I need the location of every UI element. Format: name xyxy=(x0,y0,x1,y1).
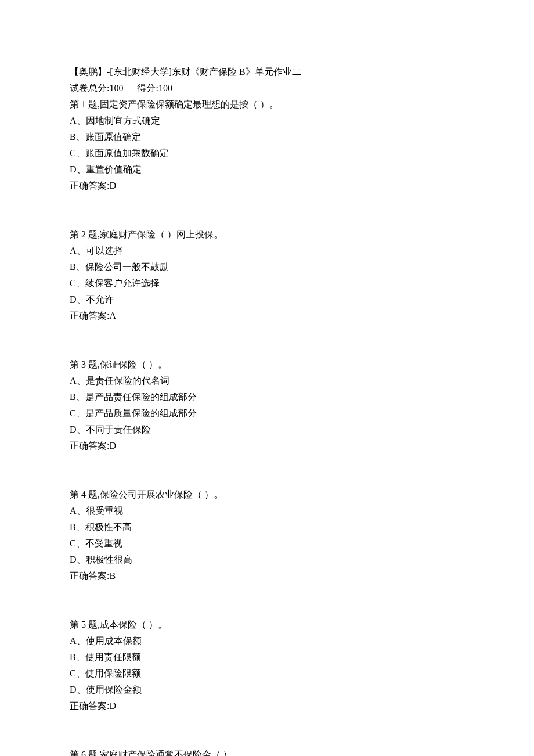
question-answer: 正确答案:A xyxy=(70,308,464,324)
question-option: D、积极性很高 xyxy=(70,552,464,568)
question-option: B、使用责任限额 xyxy=(70,649,464,665)
question-option: B、保险公司一般不鼓励 xyxy=(70,259,464,275)
question-option: C、是产品质量保险的组成部分 xyxy=(70,405,464,422)
question-option: C、续保客户允许选择 xyxy=(70,275,464,291)
score-line: 试卷总分:100 得分:100 xyxy=(70,80,464,96)
question-option: A、使用成本保额 xyxy=(70,633,464,649)
question-answer: 正确答案:D xyxy=(70,698,464,714)
document-body: 【奥鹏】-[东北财经大学]东财《财产保险 B》单元作业二 试卷总分:100 得分… xyxy=(70,64,464,756)
question-prompt: 第 1 题,固定资产保险保额确定最理想的是按（ ）。 xyxy=(70,96,464,113)
question-option: A、是责任保险的代名词 xyxy=(70,373,464,389)
question-option: D、重置价值确定 xyxy=(70,161,464,178)
question-answer: 正确答案:D xyxy=(70,438,464,454)
question-prompt: 第 3 题,保证保险（ ）。 xyxy=(70,357,464,373)
question-option: D、不同于责任保险 xyxy=(70,422,464,438)
question-answer: 正确答案:B xyxy=(70,568,464,584)
question-prompt: 第 2 题,家庭财产保险（ ）网上投保。 xyxy=(70,226,464,243)
question-prompt: 第 4 题,保险公司开展农业保险（ ）。 xyxy=(70,487,464,503)
question-option: A、可以选择 xyxy=(70,243,464,259)
question-answer: 正确答案:D xyxy=(70,178,464,194)
question-option: A、很受重视 xyxy=(70,503,464,519)
question-option: D、使用保险金额 xyxy=(70,682,464,698)
question-prompt: 第 6 题,家庭财产保险通常不保险金（ ）。 xyxy=(70,747,464,756)
question-prompt: 第 5 题,成本保险（ ）。 xyxy=(70,617,464,633)
question-option: A、因地制宜方式确定 xyxy=(70,113,464,129)
document-title: 【奥鹏】-[东北财经大学]东财《财产保险 B》单元作业二 xyxy=(70,64,464,80)
question-option: B、账面原值确定 xyxy=(70,129,464,145)
question-option: B、积极性不高 xyxy=(70,519,464,535)
question-option: B、是产品责任保险的组成部分 xyxy=(70,389,464,405)
questions-container: 第 1 题,固定资产保险保额确定最理想的是按（ ）。A、因地制宜方式确定B、账面… xyxy=(70,96,464,756)
question-option: C、不受重视 xyxy=(70,535,464,552)
question-option: C、使用保险限额 xyxy=(70,665,464,682)
question-option: D、不允许 xyxy=(70,291,464,308)
question-option: C、账面原值加乘数确定 xyxy=(70,145,464,161)
